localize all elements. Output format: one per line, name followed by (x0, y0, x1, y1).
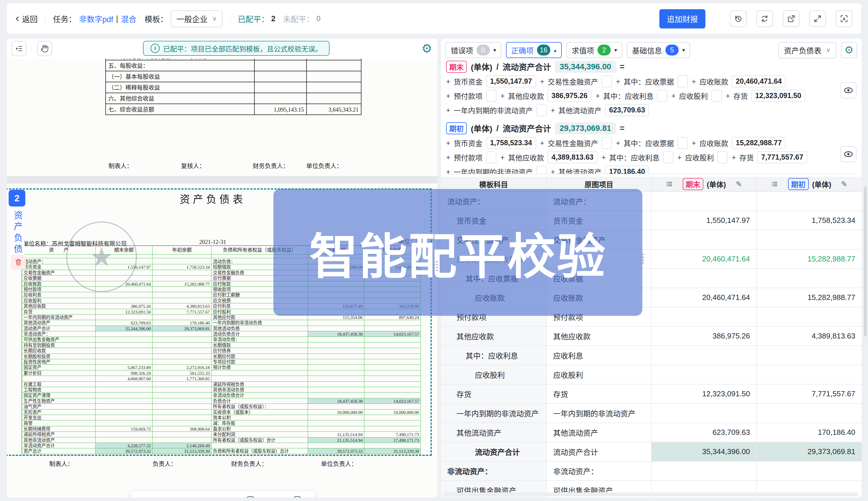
doc-cell: 专项应付款 (211, 359, 308, 365)
formula-item-value[interactable]: 1,758,523.34 (486, 137, 536, 149)
table-row[interactable]: 其中：应收利息应收利息 (441, 346, 862, 365)
formula-item-value[interactable] (602, 75, 612, 87)
column-header-begin[interactable]: 期初 (单体) ✎ (757, 177, 862, 191)
export-button[interactable] (783, 10, 799, 27)
formula-item-value[interactable] (678, 137, 688, 149)
table-row[interactable]: 应收股利应收股利 (441, 365, 862, 384)
formula-item-value[interactable] (657, 90, 667, 102)
formula-item-value[interactable] (602, 137, 612, 149)
table-row[interactable]: 流动资产：流动资产： (441, 192, 862, 211)
pencil-icon[interactable]: ✎ (735, 180, 742, 189)
history-button[interactable] (730, 10, 746, 27)
signature-label: 单位负责人： (306, 161, 343, 170)
doc-cell: 开发支出 (22, 415, 96, 420)
formula-item-value[interactable] (717, 151, 728, 163)
doc-cell (96, 409, 153, 415)
sync-button[interactable] (756, 10, 773, 27)
table-row[interactable]: 存货存货12,323,091.507,771,557.67 (441, 384, 862, 404)
table-row[interactable]: 一年内到期的非流动资产一年内到期的非流动资产 (441, 404, 862, 423)
doc-cell (153, 404, 211, 409)
vertical-scrollbar[interactable] (864, 187, 867, 337)
add-report-button[interactable]: 追加财报 (659, 9, 705, 29)
formula-item-value[interactable] (486, 151, 496, 163)
horizontal-scrollbar[interactable] (444, 492, 859, 497)
formula-item-label: 存货 (733, 90, 748, 101)
formula-item-value[interactable] (711, 90, 722, 102)
table-row[interactable]: 交易性金融资产交易性金融资产 (441, 230, 862, 249)
doc-cell: 386,975.26 (96, 303, 153, 309)
doc-cell: 一年内到期的非流动负债 (211, 320, 308, 326)
filter-正确项[interactable]: 正确项16▴ (506, 42, 562, 58)
table-row[interactable]: 流动资产合计流动资产合计35,344,396.0029,373,069.81 (441, 442, 862, 461)
formula-item-value[interactable]: 20,460,471.64 (732, 75, 786, 87)
column-header-template[interactable]: 模板科目 (441, 177, 547, 191)
formula-item-value[interactable]: 15,282,988.77 (732, 137, 786, 149)
template-select[interactable]: 一般企业 ∨ (171, 10, 222, 27)
table-row[interactable]: 非流动资产：非流动资产： (441, 461, 862, 481)
formula-item-value[interactable] (678, 75, 688, 87)
page-index-badge[interactable]: 2 (9, 190, 25, 206)
doc-cell: 应交税费 (211, 298, 308, 303)
table-row[interactable]: 应收账款应收账款20,460,471.6415,282,988.77 (441, 288, 862, 307)
zoom-out-button[interactable]: − (244, 496, 257, 498)
formula-total-value[interactable]: 35,344,396.00 (555, 61, 616, 73)
gear-icon[interactable]: ⚙ (421, 43, 432, 55)
column-header-end[interactable]: 期末 (单体) ✎ (651, 177, 757, 191)
toggle-visibility-button[interactable] (840, 82, 857, 98)
doc-cell: 长期应付款 (211, 354, 308, 359)
formula-total-value[interactable]: 29,373,069.81 (555, 122, 616, 134)
hand-tool-button[interactable] (37, 41, 52, 56)
source-item-cell: 应收票据 (547, 269, 651, 288)
panel-resize-handle[interactable] (433, 261, 438, 271)
back-button[interactable]: ‹ 返回 (15, 13, 38, 24)
thumbnail-list-button[interactable] (11, 41, 27, 56)
table-row[interactable]: 预付款项预付款项 (441, 307, 862, 327)
filter-错误项[interactable]: 错误项0▾ (446, 42, 501, 58)
formula-item-value[interactable] (536, 104, 547, 116)
plus-sign: + (732, 153, 736, 162)
doc-cell: 897,649.24 (364, 315, 421, 320)
formula-item-value[interactable]: 1,550,147.97 (486, 75, 536, 87)
delete-page-button[interactable] (11, 255, 26, 270)
doc-cell (153, 259, 211, 264)
doc-cell (96, 420, 153, 426)
pencil-icon[interactable]: ✎ (841, 180, 847, 189)
formula-item-value[interactable] (486, 90, 496, 102)
table-row[interactable]: 货币资金货币资金1,550,147.971,758,523.34 (441, 211, 862, 230)
formula-item-value[interactable]: 4,389,813.63 (547, 151, 597, 163)
formula-item: +应收账款15,282,988.77 (692, 137, 786, 149)
formula-item-value[interactable] (536, 166, 547, 174)
column-header-source[interactable]: 原图项目 (547, 177, 651, 191)
formula-item-value[interactable] (663, 151, 673, 163)
slash: / (496, 124, 499, 133)
formula-item: +交易性金融资产 (540, 137, 612, 149)
doc-cell (211, 255, 308, 258)
history-icon (734, 14, 743, 23)
table-settings-button[interactable]: ⚙ (841, 42, 857, 58)
current-page[interactable]: 2 (171, 497, 176, 498)
task-type-link[interactable]: 非数字pdf (79, 13, 113, 24)
zoom-level: 100% (263, 497, 285, 498)
formula-item-value[interactable]: 170,186.40 (605, 166, 649, 174)
table-row[interactable]: 其中：应收票据应收票据 (441, 269, 862, 288)
formula-item-value[interactable]: 386,975.26 (547, 90, 592, 102)
formula-item-label: 应收股利 (679, 90, 708, 101)
document-viewer[interactable]: 四、利润总额（亏损总额以“—”号填列）五、每股收益：（一）基本每股收益（二）稀释… (7, 59, 438, 498)
task-mode-link[interactable]: 混合 (121, 13, 136, 24)
overlay-drag-handle[interactable] (639, 254, 644, 264)
doc-cell (153, 337, 211, 342)
doc-cell: 预收款项 (211, 287, 308, 292)
formula-item-value[interactable]: 12,323,091.50 (751, 90, 805, 102)
toggle-visibility-button[interactable] (840, 146, 857, 162)
filter-求值项[interactable]: 求值项2▾ (566, 42, 622, 58)
table-row[interactable]: 其他应收款其他应收款386,975.264,389,813.63 (441, 327, 862, 346)
formula-item-value[interactable]: 7,771,557.67 (757, 151, 807, 163)
formula-item-value[interactable]: 623,709.63 (605, 104, 649, 116)
table-row[interactable]: 其他流动资产其他流动资产623,709.63170,186.40 (441, 423, 862, 442)
table-row[interactable]: 应收票据及应收账款20,460,471.6415,282,988.77 (441, 249, 862, 269)
ocr-button[interactable]: A (836, 10, 853, 27)
fullscreen-button[interactable] (809, 10, 826, 27)
filter-基础信息[interactable]: 基础信息5▾ (627, 42, 690, 58)
zoom-in-button[interactable]: + (291, 496, 303, 498)
sheet-select[interactable]: 资产负债表∨ (778, 42, 836, 58)
